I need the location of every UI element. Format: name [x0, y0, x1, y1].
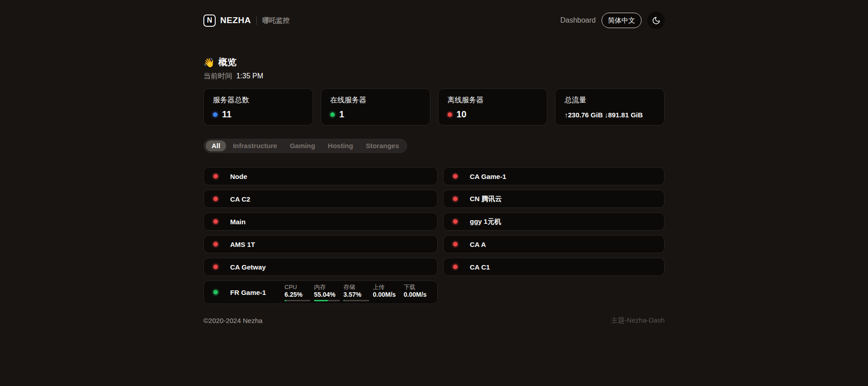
- server-stat-value: 0.00M/s: [404, 291, 431, 299]
- stat-card-traffic-value: ↑230.76 GiB ↓891.81 GiB: [564, 111, 655, 119]
- stat-card[interactable]: 总流量↑230.76 GiB ↓891.81 GiB: [555, 88, 665, 125]
- stat-card-value-row: 11: [213, 109, 304, 120]
- tab-hosting[interactable]: Hosting: [322, 140, 359, 151]
- server-name: ggy 1元机: [470, 217, 524, 226]
- progress-bar: [343, 300, 369, 301]
- status-dot: [213, 112, 217, 117]
- server-status-dot: [213, 197, 218, 201]
- tab-infrastructure[interactable]: Infrastructure: [227, 140, 283, 151]
- dashboard-link[interactable]: Dashboard: [560, 16, 596, 24]
- language-button[interactable]: 简体中文: [602, 13, 641, 28]
- server-stat-value: 6.25%: [285, 291, 310, 299]
- moon-icon: [652, 16, 661, 25]
- nezha-logo-icon: N: [203, 14, 216, 27]
- tab-storanges[interactable]: Storanges: [360, 140, 405, 151]
- current-time-label: 当前时间: [203, 72, 232, 80]
- logo-title: NEZHA: [220, 15, 251, 25]
- stat-card-label: 总流量: [564, 96, 655, 105]
- server-stat-col: CPU6.25%: [285, 284, 310, 301]
- status-dot: [448, 112, 452, 117]
- server-row[interactable]: Main: [203, 212, 438, 231]
- server-name: CN 腾讯云: [470, 195, 524, 203]
- stat-card-label: 在线服务器: [330, 96, 421, 105]
- stat-card[interactable]: 服务器总数11: [203, 88, 313, 125]
- server-status-dot: [213, 242, 218, 246]
- server-stat-label: 内存: [314, 284, 340, 291]
- server-name: FR Game-1: [230, 289, 285, 296]
- server-stat-label: 上传: [373, 284, 400, 291]
- server-row[interactable]: CN 腾讯云: [443, 190, 665, 208]
- logo-divider: [256, 16, 257, 25]
- server-row[interactable]: CA Getway: [203, 258, 438, 276]
- server-name: CA C2: [230, 195, 285, 203]
- tab-bar: AllInfrastructureGamingHostingStoranges: [203, 139, 407, 153]
- server-name: CA C1: [470, 263, 524, 271]
- progress-bar-fill: [285, 300, 286, 301]
- server-stat-value: 0.00M/s: [373, 291, 400, 299]
- stat-card-label: 离线服务器: [448, 96, 538, 105]
- server-name: AMS 1T: [230, 241, 285, 248]
- footer: ©2020-2024 Nezha 主题-Nezha-Dash: [203, 316, 665, 379]
- progress-bar: [314, 300, 340, 301]
- server-row[interactable]: FR Game-1CPU6.25%内存55.04%存储3.57%上传0.00M/…: [203, 280, 438, 304]
- server-status-dot: [213, 290, 218, 294]
- current-time-value: 1:35 PM: [236, 72, 263, 80]
- status-dot: [330, 112, 335, 117]
- copyright-text: ©2020-2024 Nezha: [203, 317, 262, 324]
- server-status-dot: [453, 174, 458, 179]
- stat-card[interactable]: 在线服务器1: [321, 88, 430, 125]
- server-stat-label: 存储: [343, 284, 369, 291]
- server-name: CA Game-1: [470, 173, 524, 180]
- current-time: 当前时间 1:35 PM: [203, 72, 665, 81]
- server-status-dot: [213, 265, 218, 269]
- server-stat-col: 上传0.00M/s: [373, 284, 400, 299]
- server-row[interactable]: CA C2: [203, 190, 438, 208]
- server-row[interactable]: ggy 1元机: [443, 212, 665, 231]
- server-status-dot: [453, 265, 458, 269]
- server-stats: CPU6.25%内存55.04%存储3.57%上传0.00M/s下载0.00M/…: [285, 284, 431, 301]
- server-stat-label: CPU: [285, 284, 310, 291]
- main-content: 👋 概览 当前时间 1:35 PM 服务器总数11在线服务器1离线服务器10总流…: [203, 56, 665, 304]
- server-name: CA Getway: [230, 263, 285, 271]
- server-row[interactable]: CA C1: [443, 258, 665, 276]
- theme-toggle-button[interactable]: [647, 12, 665, 29]
- stat-card-number: 10: [457, 109, 467, 120]
- header: N NEZHA 哪吒监控 Dashboard 简体中文: [203, 0, 665, 29]
- server-row[interactable]: CA Game-1: [443, 167, 665, 185]
- server-name: CA A: [470, 241, 524, 248]
- server-row[interactable]: CA A: [443, 235, 665, 253]
- server-row[interactable]: AMS 1T: [203, 235, 438, 253]
- server-name: Main: [230, 218, 285, 226]
- server-stat-col: 下载0.00M/s: [404, 284, 431, 299]
- header-actions: Dashboard 简体中文: [560, 12, 665, 29]
- stat-cards: 服务器总数11在线服务器1离线服务器10总流量↑230.76 GiB ↓891.…: [203, 88, 665, 125]
- server-row[interactable]: Node: [203, 167, 438, 185]
- tab-all[interactable]: All: [206, 140, 226, 151]
- page-title-text: 概览: [218, 56, 236, 68]
- server-grid: NodeCA Game-1CA C2CN 腾讯云Mainggy 1元机AMS 1…: [203, 167, 665, 304]
- theme-credit-link[interactable]: 主题-Nezha-Dash: [611, 316, 665, 325]
- server-stat-value: 55.04%: [314, 291, 340, 299]
- server-status-dot: [453, 219, 458, 224]
- server-stat-col: 内存55.04%: [314, 284, 340, 301]
- page-container: N NEZHA 哪吒监控 Dashboard 简体中文 👋 概览 当前时间 1:…: [203, 0, 665, 379]
- stat-card-value-row: 1: [330, 109, 421, 120]
- tab-gaming[interactable]: Gaming: [284, 140, 321, 151]
- server-status-dot: [213, 174, 218, 179]
- server-stat-label: 下载: [404, 284, 431, 291]
- server-name: Node: [230, 173, 285, 180]
- logo[interactable]: N NEZHA 哪吒监控: [203, 14, 289, 27]
- progress-bar-fill: [314, 300, 328, 301]
- page-title: 👋 概览: [203, 56, 665, 68]
- progress-bar: [285, 300, 310, 301]
- server-status-dot: [453, 197, 458, 201]
- stat-card-number: 11: [222, 109, 231, 120]
- logo-subtitle: 哪吒监控: [262, 16, 289, 25]
- server-stat-col: 存储3.57%: [343, 284, 369, 301]
- progress-bar-fill: [343, 300, 344, 301]
- stat-card[interactable]: 离线服务器10: [438, 88, 548, 125]
- stat-card-number: 1: [339, 109, 344, 120]
- stat-card-label: 服务器总数: [213, 96, 304, 105]
- server-status-dot: [453, 242, 458, 246]
- stat-card-value-row: 10: [448, 109, 538, 120]
